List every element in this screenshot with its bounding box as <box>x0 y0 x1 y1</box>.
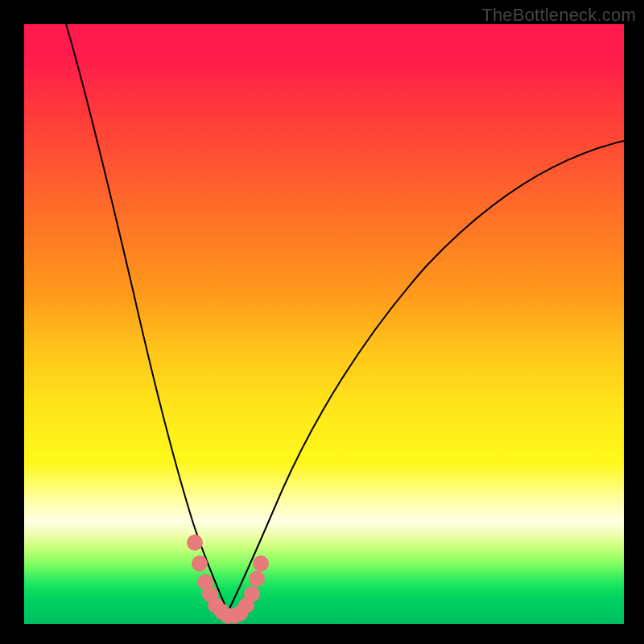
watermark-text: TheBottleneck.com <box>481 5 636 26</box>
right-curve <box>228 141 624 612</box>
svg-point-11 <box>249 571 265 587</box>
svg-point-12 <box>253 555 269 572</box>
plot-area <box>24 24 624 624</box>
curve-layer <box>24 24 624 624</box>
svg-point-10 <box>244 586 260 602</box>
svg-point-1 <box>192 555 208 572</box>
svg-point-0 <box>187 535 203 551</box>
chart-frame: TheBottleneck.com <box>0 0 644 644</box>
left-curve <box>66 24 228 612</box>
